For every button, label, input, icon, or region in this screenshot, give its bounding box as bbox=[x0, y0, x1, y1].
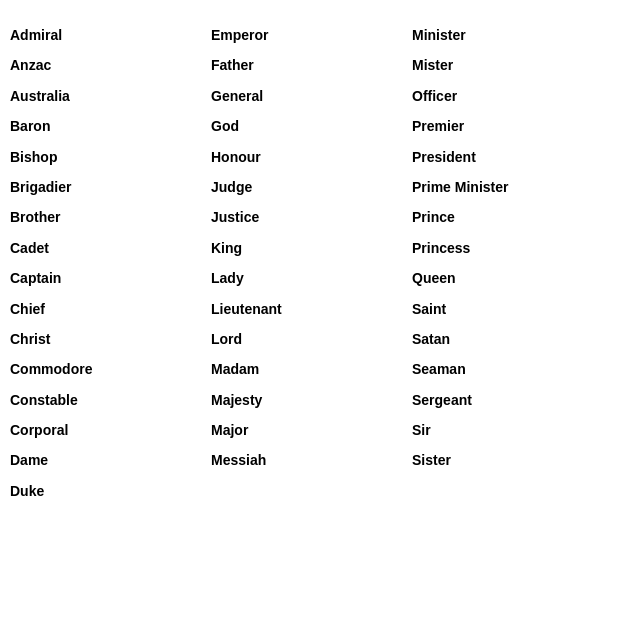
list-item: Seaman bbox=[412, 354, 613, 384]
list-item: President bbox=[412, 142, 613, 172]
list-item: Duke bbox=[10, 476, 211, 506]
list-item: Sister bbox=[412, 445, 613, 475]
list-item: Queen bbox=[412, 263, 613, 293]
list-item: Satan bbox=[412, 324, 613, 354]
column-col2: EmperorFatherGeneralGodHonourJudgeJustic… bbox=[211, 20, 412, 506]
list-item: Bishop bbox=[10, 142, 211, 172]
list-item: Dame bbox=[10, 445, 211, 475]
list-item: Officer bbox=[412, 81, 613, 111]
list-item: Prime Minister bbox=[412, 172, 613, 202]
list-item: Lady bbox=[211, 263, 412, 293]
list-item: Majesty bbox=[211, 385, 412, 415]
list-item: Premier bbox=[412, 111, 613, 141]
list-item: Prince bbox=[412, 202, 613, 232]
list-item: Brigadier bbox=[10, 172, 211, 202]
list-item: Judge bbox=[211, 172, 412, 202]
list-item: Baron bbox=[10, 111, 211, 141]
list-item: Christ bbox=[10, 324, 211, 354]
list-item: Minister bbox=[412, 20, 613, 50]
list-item: Mister bbox=[412, 50, 613, 80]
list-item: Captain bbox=[10, 263, 211, 293]
list-item: Lieutenant bbox=[211, 294, 412, 324]
list-item: Brother bbox=[10, 202, 211, 232]
column-col1: AdmiralAnzacAustraliaBaronBishopBrigadie… bbox=[10, 20, 211, 506]
list-item: Australia bbox=[10, 81, 211, 111]
list-item: General bbox=[211, 81, 412, 111]
list-item: God bbox=[211, 111, 412, 141]
list-item: Cadet bbox=[10, 233, 211, 263]
list-item: Admiral bbox=[10, 20, 211, 50]
list-item: Chief bbox=[10, 294, 211, 324]
list-item: Honour bbox=[211, 142, 412, 172]
list-item: Lord bbox=[211, 324, 412, 354]
list-item: Commodore bbox=[10, 354, 211, 384]
list-item: Major bbox=[211, 415, 412, 445]
list-item: King bbox=[211, 233, 412, 263]
list-item: Corporal bbox=[10, 415, 211, 445]
list-item: Sir bbox=[412, 415, 613, 445]
list-item: Sergeant bbox=[412, 385, 613, 415]
list-item: Princess bbox=[412, 233, 613, 263]
list-item: Madam bbox=[211, 354, 412, 384]
list-item: Anzac bbox=[10, 50, 211, 80]
list-item: Justice bbox=[211, 202, 412, 232]
list-item: Constable bbox=[10, 385, 211, 415]
columns-container: AdmiralAnzacAustraliaBaronBishopBrigadie… bbox=[10, 20, 613, 506]
list-item: Messiah bbox=[211, 445, 412, 475]
column-col3: MinisterMisterOfficerPremierPresidentPri… bbox=[412, 20, 613, 506]
list-item: Father bbox=[211, 50, 412, 80]
list-item: Emperor bbox=[211, 20, 412, 50]
list-item: Saint bbox=[412, 294, 613, 324]
